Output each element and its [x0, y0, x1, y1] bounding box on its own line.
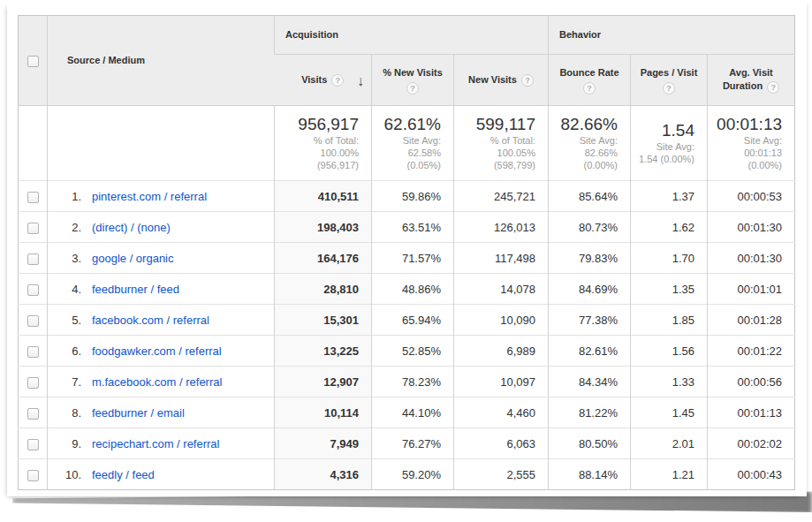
row-select-cell — [19, 305, 48, 336]
bounce-rate-cell: 88.14% — [549, 459, 631, 490]
column-header-pages-visit[interactable]: Pages / Visit ? — [631, 55, 708, 106]
row-checkbox[interactable] — [27, 192, 39, 203]
group-header-behavior: Behavior — [549, 16, 795, 55]
table-row: 2.(direct) / (none) 198,403 63.51% 126,0… — [19, 212, 795, 243]
column-header-pct-new-visits[interactable]: % New Visits ? — [372, 55, 454, 106]
source-medium-link[interactable]: feedburner / email — [92, 406, 185, 420]
row-checkbox[interactable] — [27, 346, 39, 358]
row-select-cell — [19, 243, 48, 274]
avg-duration-label: Avg. Visit Duration — [723, 67, 773, 91]
report-sheet: Source / Medium Acquisition Behavior Vis… — [7, 0, 807, 496]
table-row: 7.m.facebook.com / referral 12,907 78.23… — [19, 367, 795, 397]
pages-visit-cell: 1.21 — [631, 459, 708, 490]
column-header-new-visits[interactable]: New Visits? — [454, 55, 549, 106]
source-medium-link[interactable]: facebook.com / referral — [92, 314, 209, 327]
summary-sub-line: 62.58% — [372, 147, 441, 159]
source-medium-link[interactable]: (direct) / (none) — [92, 221, 171, 234]
source-cell: 10.feedly / feed — [48, 459, 275, 490]
row-rank: 1. — [58, 190, 81, 203]
column-header-avg-duration[interactable]: Avg. Visit Duration? — [708, 55, 795, 106]
visits-cell: 410,511 — [275, 181, 372, 212]
visits-cell: 12,907 — [275, 367, 372, 397]
column-header-source-medium[interactable]: Source / Medium — [48, 16, 275, 106]
bounce-rate-cell: 77.38% — [549, 305, 631, 336]
help-icon[interactable]: ? — [767, 81, 779, 94]
pct-new-visits-cell: 63.51% — [372, 212, 454, 243]
help-icon[interactable]: ? — [331, 74, 344, 87]
summary-sub-line: (0.00%) — [708, 159, 782, 171]
group-header-acquisition: Acquisition — [275, 16, 549, 55]
visits-cell: 10,114 — [275, 397, 372, 428]
sort-descending-icon[interactable]: ↓ — [357, 73, 364, 87]
pages-visit-cell: 1.45 — [631, 397, 708, 428]
source-cell: 8.feedburner / email — [48, 397, 275, 428]
pct-new-visits-cell: 59.20% — [372, 459, 454, 490]
source-medium-link[interactable]: recipechart.com / referral — [92, 437, 220, 450]
source-cell: 2.(direct) / (none) — [48, 212, 275, 243]
totals-source-cell — [48, 106, 275, 181]
summary-pages-visit-cell: 1.54 Site Avg:1.54 (0.00%) — [631, 106, 708, 181]
source-cell: 6.foodgawker.com / referral — [48, 336, 275, 367]
row-checkbox[interactable] — [27, 408, 39, 420]
summary-sub-line: 100.00% — [275, 147, 359, 159]
row-rank: 8. — [58, 406, 81, 420]
help-icon[interactable]: ? — [583, 82, 596, 95]
source-medium-table: Source / Medium Acquisition Behavior Vis… — [18, 15, 795, 490]
source-medium-link[interactable]: feedburner / feed — [92, 283, 179, 296]
avg-duration-cell: 00:00:43 — [708, 459, 795, 490]
summary-sub-line: (0.05%) — [372, 159, 441, 171]
pages-visit-cell: 1.62 — [631, 212, 708, 243]
summary-sub-line: 82.66% — [549, 147, 618, 159]
summary-pages-visit-detail: Site Avg:1.54 (0.00%) — [631, 140, 694, 165]
column-header-bounce-rate[interactable]: Bounce Rate ? — [549, 55, 631, 106]
summary-sub-line: 100.05% — [454, 147, 535, 159]
row-checkbox[interactable] — [27, 253, 39, 265]
row-checkbox[interactable] — [27, 315, 39, 327]
summary-visits-value: 956,917 — [275, 115, 359, 134]
summary-bounce-rate-value: 82.66% — [549, 115, 618, 134]
table-row: 10.feedly / feed 4,316 59.20% 2,555 88.1… — [19, 459, 795, 490]
select-all-checkbox[interactable] — [27, 56, 39, 67]
column-header-visits[interactable]: Visits? ↓ — [275, 55, 372, 106]
avg-duration-cell: 00:00:53 — [708, 181, 795, 212]
help-icon[interactable]: ? — [521, 74, 534, 87]
totals-row: 956,917 % of Total:100.00%(956,917) 62.6… — [19, 106, 795, 181]
avg-duration-cell: 00:02:02 — [708, 428, 795, 459]
row-checkbox[interactable] — [27, 439, 39, 450]
new-visits-cell: 6,989 — [454, 336, 549, 367]
summary-sub-line: Site Avg: — [372, 134, 441, 147]
source-medium-link[interactable]: feedly / feed — [92, 468, 155, 481]
new-visits-cell: 14,078 — [454, 274, 549, 305]
pages-visit-cell: 1.35 — [631, 274, 708, 305]
avg-duration-cell: 00:00:56 — [708, 367, 795, 397]
summary-sub-line: Site Avg: — [549, 134, 618, 147]
row-checkbox[interactable] — [27, 470, 39, 481]
table-row: 9.recipechart.com / referral 7,949 76.27… — [19, 428, 795, 459]
source-medium-link[interactable]: foodgawker.com / referral — [92, 344, 222, 358]
row-select-cell — [19, 428, 48, 459]
row-select-cell — [19, 367, 48, 397]
new-visits-cell: 4,460 — [454, 397, 549, 428]
new-visits-cell: 10,090 — [454, 305, 549, 336]
row-checkbox[interactable] — [27, 223, 39, 234]
row-checkbox[interactable] — [27, 377, 39, 389]
source-cell: 1.pinterest.com / referral — [48, 181, 275, 212]
visits-cell: 13,225 — [275, 336, 372, 367]
summary-pct-new-visits-value: 62.61% — [372, 115, 441, 134]
row-checkbox[interactable] — [27, 284, 39, 296]
summary-sub-line: (956,917) — [275, 159, 359, 171]
bounce-rate-cell: 79.83% — [549, 243, 631, 274]
source-medium-link[interactable]: google / organic — [92, 252, 174, 265]
table-row: 5.facebook.com / referral 15,301 65.94% … — [19, 305, 795, 336]
summary-visits-cell: 956,917 % of Total:100.00%(956,917) — [275, 106, 372, 181]
bounce-rate-cell: 80.73% — [549, 212, 631, 243]
source-medium-link[interactable]: pinterest.com / referral — [92, 190, 207, 203]
source-medium-label: Source / Medium — [67, 55, 145, 65]
source-medium-link[interactable]: m.facebook.com / referral — [92, 375, 222, 389]
pct-new-visits-cell: 44.10% — [372, 397, 454, 428]
help-icon[interactable]: ? — [663, 82, 675, 95]
table-body: 1.pinterest.com / referral 410,511 59.86… — [19, 181, 795, 490]
help-icon[interactable]: ? — [406, 82, 419, 95]
pct-new-visits-cell: 59.86% — [372, 181, 454, 212]
new-visits-label: New Visits — [468, 74, 517, 85]
